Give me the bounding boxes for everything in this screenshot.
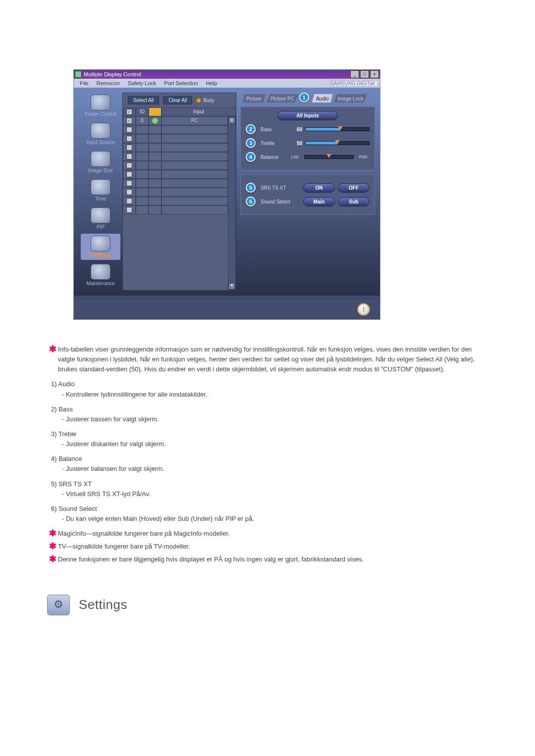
sidebar-item-image-size[interactable]: Image Size [81, 149, 120, 175]
list-item: 5) SRS TS XT - Virtuell SRS TS XT-lyd På… [51, 479, 488, 499]
item-desc: - Virtuell SRS TS XT-lyd På/Av. [62, 489, 488, 499]
row-checkbox[interactable] [126, 171, 132, 177]
note-availability: ✱ Denne funksjonen er bare tilgjengelig … [47, 554, 488, 564]
power-icon [91, 95, 110, 110]
row-checkbox[interactable] [126, 189, 132, 195]
menu-port-selection[interactable]: Port Selection [160, 79, 202, 87]
srs-on-button[interactable]: ON [303, 183, 335, 193]
slider-thumb-icon[interactable] [335, 140, 340, 144]
table-row[interactable] [123, 170, 228, 179]
menu-safety-lock[interactable]: Safety Lock [124, 79, 160, 87]
clear-all-button[interactable]: Clear All [163, 96, 192, 104]
slider-thumb-icon[interactable] [326, 154, 331, 158]
list-toolbar: Select All Clear All Busy [123, 93, 236, 107]
balance-label: Balance [261, 154, 285, 160]
list-scrollbar[interactable]: ▲ ▼ [228, 116, 236, 290]
document-body: ✱ Info-tabellen viser grunnleggende info… [47, 345, 488, 615]
slider-thumb-icon[interactable] [338, 126, 343, 130]
sidebar-item-label: Power Control [85, 111, 116, 117]
item-title: SRS TS XT [58, 480, 92, 488]
row-checkbox[interactable] [126, 180, 132, 186]
settings-icon [91, 236, 110, 252]
list-header: ID Input [123, 107, 236, 116]
table-row[interactable] [123, 179, 228, 188]
col-check [123, 107, 136, 116]
item-number: 6) [51, 504, 57, 514]
table-row[interactable] [123, 205, 228, 214]
all-inputs-button[interactable]: All Inputs [277, 111, 338, 120]
table-row[interactable] [123, 134, 228, 143]
table-row[interactable]: 0 PC [123, 116, 228, 125]
menu-remocon[interactable]: Remocon [93, 79, 124, 87]
minimize-button[interactable]: _ [350, 70, 359, 78]
table-row[interactable] [123, 197, 228, 205]
tab-picture[interactable]: Picture [242, 94, 266, 102]
busy-indicator: Busy [196, 98, 214, 103]
tab-audio[interactable]: Audio [312, 94, 333, 102]
tab-image-lock[interactable]: Image Lock [334, 94, 368, 102]
balance-left: L50 [288, 154, 301, 159]
menu-file[interactable]: File [76, 79, 93, 87]
select-all-button[interactable]: Select All [128, 96, 159, 104]
sidebar-item-pip[interactable]: PIP [81, 205, 120, 232]
scroll-up-icon[interactable]: ▲ [228, 117, 235, 124]
item-desc: - Du kan velge enten Main (Hoved) eller … [62, 514, 488, 524]
item-number: 4) [51, 454, 57, 464]
row-checkbox[interactable] [126, 136, 132, 142]
table-row[interactable] [123, 152, 228, 161]
pip-icon [91, 207, 110, 223]
row-checkbox[interactable] [126, 162, 132, 168]
close-button[interactable]: × [370, 70, 379, 78]
sidebar-item-input-source[interactable]: Input Source [81, 121, 120, 147]
balance-slider[interactable] [304, 155, 354, 159]
display-list-pane: Select All Clear All Busy ID Input 0 [122, 93, 236, 291]
sidebar-item-label: Input Source [87, 140, 115, 145]
row-checkbox[interactable] [126, 118, 132, 124]
treble-slider[interactable] [305, 141, 370, 145]
table-row[interactable] [123, 161, 228, 170]
menu-help[interactable]: Help [202, 79, 221, 87]
sidebar-item-label: PIP [97, 224, 105, 230]
row-treble: 3 Treble 50 [246, 138, 370, 148]
app-footer: ! [74, 300, 380, 319]
table-row[interactable] [123, 188, 228, 197]
item-title: Balance [58, 455, 82, 462]
row-checkbox[interactable] [126, 153, 132, 159]
scroll-down-icon[interactable]: ▼ [228, 283, 235, 290]
row-checkbox[interactable] [126, 127, 132, 133]
sound-main-button[interactable]: Main [303, 197, 335, 206]
table-row[interactable] [123, 125, 228, 134]
sidebar-item-power-control[interactable]: Power Control [81, 93, 120, 119]
srs-label: SRS TS XT [261, 185, 300, 191]
note-tv: ✱ TV—signalkilde fungerer bare på TV-mod… [47, 542, 488, 552]
row-checkbox[interactable] [126, 207, 132, 213]
settings-section-icon: ⚙ [47, 595, 70, 615]
table-row[interactable] [123, 143, 228, 152]
app-title: Multiple Display Control [84, 71, 349, 77]
audio-sliders-panel: All Inputs 2 Bass 60 3 Treble 50 [240, 106, 375, 170]
brand-badge: SAMSUNG DIGITall [330, 80, 378, 87]
header-checkbox[interactable] [126, 109, 132, 115]
input-icon [91, 123, 110, 139]
settings-tabs: Picture Picture PC 1 Audio Image Lock [242, 93, 375, 102]
row-checkbox[interactable] [126, 198, 132, 204]
star-icon: ✱ [47, 529, 58, 538]
note-magicinfo: ✱ MagicInfo—signalkilde fungerer bare på… [47, 529, 488, 539]
sidebar-item-maintenance[interactable]: Maintenance [81, 262, 120, 288]
maximize-button[interactable]: □ [360, 70, 369, 78]
star-icon: ✱ [47, 554, 58, 563]
row-balance: 4 Balance L50 R50 [246, 152, 370, 162]
titlebar: Multiple Display Control _ □ × [74, 70, 380, 79]
col-status [149, 107, 161, 116]
sidebar-item-label: Maintenance [86, 281, 114, 286]
settings-pane: Picture Picture PC 1 Audio Image Lock Al… [240, 93, 375, 291]
badge-6: 6 [246, 197, 256, 206]
row-checkbox[interactable] [126, 145, 132, 151]
sound-sub-button[interactable]: Sub [338, 197, 370, 206]
sidebar-item-settings[interactable]: Settings [81, 234, 120, 260]
sidebar-item-time[interactable]: Time [81, 177, 120, 203]
srs-off-button[interactable]: OFF [338, 183, 370, 193]
tab-picture-pc[interactable]: Picture PC [267, 94, 298, 102]
intro-text: Info-tabellen viser grunnleggende inform… [58, 345, 488, 374]
bass-slider[interactable] [305, 127, 370, 131]
